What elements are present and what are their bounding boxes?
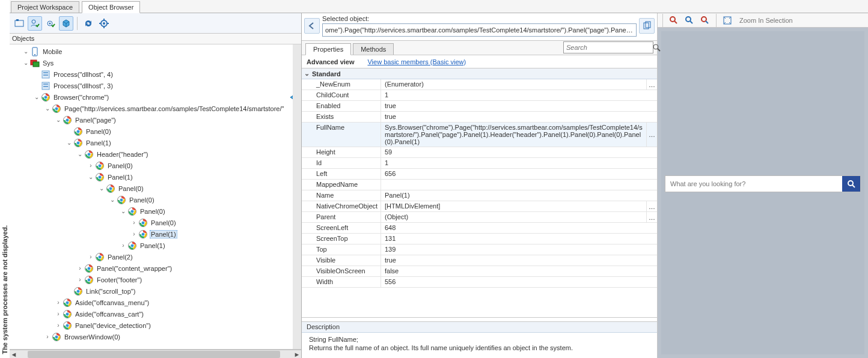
fit-to-screen-icon[interactable]: [720, 13, 735, 28]
tree-node[interactable]: ⌄Mobile: [11, 46, 301, 57]
tree-node[interactable]: ⌄Panel(1): [11, 137, 301, 148]
tree-node[interactable]: ›Aside("offcanvas_cart"): [11, 308, 301, 320]
basic-view-link[interactable]: View basic members (Basic view): [367, 58, 466, 65]
scroll-thumb[interactable]: [28, 351, 280, 358]
preview-search-input[interactable]: [665, 176, 842, 192]
property-row[interactable]: Enabledtrue: [302, 101, 657, 112]
property-row[interactable]: ChildCount1: [302, 90, 657, 101]
expand-icon[interactable]: ›: [43, 333, 52, 341]
collapse-icon[interactable]: ⌄: [97, 184, 106, 193]
tree-node[interactable]: ›Panel(0): [11, 160, 301, 171]
property-value[interactable]: true: [381, 101, 657, 111]
property-row[interactable]: ScreenLeft648: [302, 223, 657, 234]
preview-search-go-button[interactable]: [842, 176, 860, 192]
property-row[interactable]: Top139: [302, 244, 657, 255]
ellipsis-button[interactable]: …: [646, 123, 657, 147]
expand-icon[interactable]: ›: [119, 241, 127, 250]
tree-node[interactable]: ›Aside("offcanvas_menu"): [11, 297, 301, 308]
highlight-blue-icon[interactable]: [682, 13, 697, 28]
tree-node[interactable]: ›Panel(0): [11, 217, 301, 228]
ellipsis-button[interactable]: …: [646, 212, 657, 222]
tree-node[interactable]: ⌄Panel(0): [11, 205, 301, 217]
refresh-button[interactable]: [81, 16, 96, 31]
property-value[interactable]: 648: [381, 223, 657, 233]
tree-node[interactable]: ⌄Browser("chrome"): [11, 91, 301, 103]
property-value[interactable]: 556: [381, 277, 657, 287]
expand-icon[interactable]: ›: [87, 253, 95, 261]
expand-icon[interactable]: ›: [87, 162, 95, 170]
expand-icon[interactable]: ›: [54, 299, 63, 307]
tool-btn-filter-users[interactable]: [28, 16, 42, 31]
tree-horizontal-scrollbar[interactable]: ◄ ►: [10, 350, 301, 358]
expand-icon[interactable]: ›: [54, 321, 63, 330]
property-value[interactable]: Sys.Browser("chrome").Page("http://servi…: [381, 123, 646, 147]
collapse-icon[interactable]: ⌄: [119, 207, 127, 216]
property-row[interactable]: Id1: [302, 158, 657, 169]
property-row[interactable]: Width556: [302, 277, 657, 288]
ellipsis-button[interactable]: …: [646, 79, 657, 90]
property-row[interactable]: Parent(Object)…: [302, 212, 657, 223]
property-value[interactable]: 139: [381, 244, 657, 255]
property-value[interactable]: 656: [381, 169, 657, 179]
expand-icon[interactable]: ›: [54, 310, 63, 318]
tree-node[interactable]: ⌄Page("http://services.smartbear.com/sam…: [11, 103, 301, 114]
tree-node[interactable]: ⌄Panel(1): [11, 171, 301, 183]
property-row[interactable]: Visibletrue: [302, 255, 657, 266]
search-icon[interactable]: [652, 43, 661, 52]
ellipsis-button[interactable]: …: [646, 201, 657, 211]
property-row[interactable]: NamePanel(1): [302, 190, 657, 201]
collapse-icon[interactable]: ⌄: [22, 59, 30, 67]
tab-methods[interactable]: Methods: [353, 43, 394, 55]
property-value[interactable]: false: [381, 266, 657, 276]
property-row[interactable]: MappedName: [302, 180, 657, 190]
expand-icon[interactable]: ›: [130, 230, 138, 238]
tree-node[interactable]: Process("dllhost", 4): [11, 68, 301, 80]
tree-node[interactable]: ⌄Panel(0): [11, 194, 301, 205]
highlight-red-icon[interactable]: [667, 13, 681, 28]
property-value[interactable]: true: [381, 112, 657, 122]
expand-icon[interactable]: ›: [76, 276, 84, 284]
property-row[interactable]: ScreenTop131: [302, 234, 657, 244]
property-row[interactable]: Left656: [302, 169, 657, 180]
tree-node[interactable]: ›Panel(2): [11, 251, 301, 262]
tree-node[interactable]: ›Panel(1): [11, 228, 301, 240]
property-value[interactable]: [HTMLDivElement]: [381, 201, 646, 211]
tab-project-workspace[interactable]: Project Workspace: [11, 1, 79, 13]
tree-node[interactable]: ›Panel(1): [11, 240, 301, 251]
property-row[interactable]: Existstrue: [302, 112, 657, 123]
tree-node[interactable]: ⌄Panel(0): [11, 183, 301, 194]
expand-icon[interactable]: ›: [76, 264, 84, 273]
tree-node[interactable]: Panel(0): [11, 126, 301, 137]
collapse-icon[interactable]: ⌄: [65, 139, 73, 147]
tree-node[interactable]: ›Footer("footer"): [11, 274, 301, 285]
group-collapse-icon[interactable]: ⌄: [304, 70, 310, 77]
tab-properties[interactable]: Properties: [305, 43, 351, 55]
collapse-icon[interactable]: ⌄: [22, 47, 30, 56]
selected-object-path-input[interactable]: [322, 23, 637, 37]
collapse-icon[interactable]: ⌄: [32, 93, 41, 102]
tool-btn-gear-check[interactable]: [43, 16, 58, 31]
collapse-icon[interactable]: ⌄: [87, 173, 95, 181]
tree-node[interactable]: ›Panel("content_wrapper"): [11, 262, 301, 274]
property-value[interactable]: 1: [381, 158, 657, 168]
tree-vertical-scrollbar[interactable]: [293, 44, 301, 349]
tree-node[interactable]: Process("dllhost", 3): [11, 80, 301, 91]
property-value[interactable]: [381, 180, 657, 190]
property-row[interactable]: FullNameSys.Browser("chrome").Page("http…: [302, 123, 657, 147]
collapse-icon[interactable]: ⌄: [54, 116, 63, 124]
tree-node[interactable]: Link("scroll_top"): [11, 285, 301, 297]
scroll-left-arrow-icon[interactable]: ◄: [10, 350, 18, 358]
property-row[interactable]: Height59: [302, 147, 657, 158]
property-value[interactable]: Panel(1): [381, 190, 657, 201]
property-value[interactable]: 131: [381, 234, 657, 244]
tree-node[interactable]: ⌄Sys: [11, 57, 301, 68]
tree-node[interactable]: ›Panel("device_detection"): [11, 320, 301, 331]
properties-grid[interactable]: ⌄Standard_NewEnum(Enumerator)…ChildCount…: [302, 68, 657, 318]
property-row[interactable]: NativeChromeObject[HTMLDivElement]…: [302, 201, 657, 212]
tree-node[interactable]: ›BrowserWindow(0): [11, 331, 301, 342]
collapse-icon[interactable]: ⌄: [76, 150, 84, 159]
tree-node[interactable]: ⌄Header("header"): [11, 148, 301, 160]
tool-btn-1[interactable]: [12, 16, 26, 31]
property-value[interactable]: (Object): [381, 212, 646, 222]
object-tree[interactable]: ⌄Mobile⌄SysProcess("dllhost", 4)Process(…: [10, 44, 301, 344]
